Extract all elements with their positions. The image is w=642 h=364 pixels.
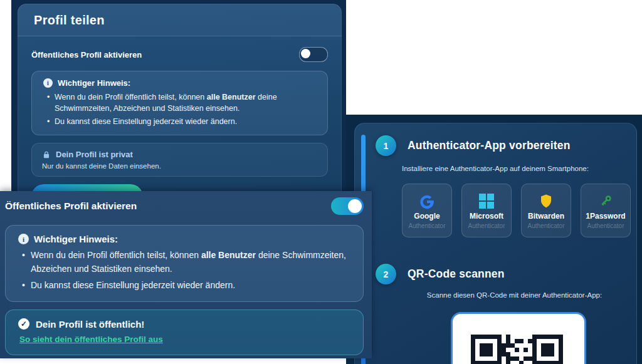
private-status-box: Dein Profil ist privat Nur du kannst dei… [31, 143, 328, 177]
step-2-title: QR-Code scannen [408, 268, 505, 281]
app-card-1password[interactable]: 1Password Authenticator [581, 184, 631, 237]
toggle-knob [348, 199, 362, 213]
lock-icon [42, 150, 51, 159]
qr-code [471, 335, 563, 364]
important-hint-box: i Wichtiger Hinweis: Wenn du dein Profil… [31, 71, 328, 135]
hint-bullet: Du kannst diese Einstellung jederzeit wi… [21, 278, 350, 292]
authenticator-setup-panel: 1 Authenticator-App vorbereiten Installi… [346, 115, 642, 364]
screenshot-composite: Profil teilen Öffentliches Profil aktivi… [0, 0, 642, 364]
private-status-title: Dein Profil ist privat [56, 150, 133, 159]
authenticator-card: 1 Authenticator-App vorbereiten Installi… [354, 123, 637, 364]
public-profile-toggle-label: Öffentliches Profil aktivieren [31, 50, 142, 60]
app-card-bitwarden[interactable]: Bitwarden Authenticator [521, 184, 571, 237]
profile-share-dialog-zoomed: Öffentliches Profil aktivieren i Wichtig… [0, 191, 372, 358]
private-status-subtitle: Nur du kannst deine Daten einsehen. [42, 162, 317, 170]
view-public-profile-link[interactable]: So sieht dein öffentliches Profil aus [19, 335, 163, 344]
profile-share-dialog-small: Profil teilen Öffentliches Profil aktivi… [11, 0, 346, 195]
public-status-box: ✓ Dein Profil ist öffentlich! So sieht d… [5, 309, 364, 355]
important-hint-box: i Wichtiger Hinweis: Wenn du dein Profil… [5, 225, 364, 302]
hint-bullet: Wenn du dein Profil öffentlich teilst, k… [46, 91, 316, 114]
hint-bullet: Wenn du dein Profil öffentlich teilst, k… [21, 248, 350, 276]
app-card-google[interactable]: Google Authenticator [402, 184, 452, 237]
hint-bullet: Du kannst diese Einstellung jederzeit wi… [46, 116, 316, 127]
step-1-subtitle: Installiere eine Authenticator-App auf d… [402, 165, 589, 172]
authenticator-apps-row: Google Authenticator Microsoft Authentic… [402, 184, 631, 237]
info-icon: i [18, 234, 29, 244]
app-card-microsoft[interactable]: Microsoft Authenticator [461, 184, 512, 237]
public-profile-toggle-on[interactable] [331, 197, 364, 215]
hint-title: Wichtiger Hinweis: [58, 78, 130, 88]
qr-code-card [451, 312, 586, 364]
public-status-title: Dein Profil ist öffentlich! [36, 319, 144, 330]
step-2-subtitle: Scanne diesen QR-Code mit deiner Authent… [392, 291, 636, 299]
step-1-title: Authenticator-App vorbereiten [408, 139, 571, 152]
bitwarden-shield-icon [539, 192, 554, 211]
google-g-icon [419, 192, 435, 211]
public-profile-toggle-label: Öffentliches Profil aktivieren [5, 200, 137, 212]
step-2-badge: 2 [376, 264, 396, 284]
profile-share-card: Profil teilen Öffentliches Profil aktivi… [18, 4, 342, 211]
dialog-title: Profil teilen [18, 4, 342, 36]
check-icon: ✓ [18, 318, 29, 330]
hint-title: Wichtiger Hinweis: [34, 234, 118, 244]
step-1-badge: 1 [376, 135, 396, 156]
info-icon: i [43, 78, 53, 88]
toggle-knob [301, 49, 310, 58]
1password-key-icon [597, 192, 614, 211]
microsoft-squares-icon [479, 192, 494, 211]
public-profile-toggle-off[interactable] [299, 47, 328, 62]
